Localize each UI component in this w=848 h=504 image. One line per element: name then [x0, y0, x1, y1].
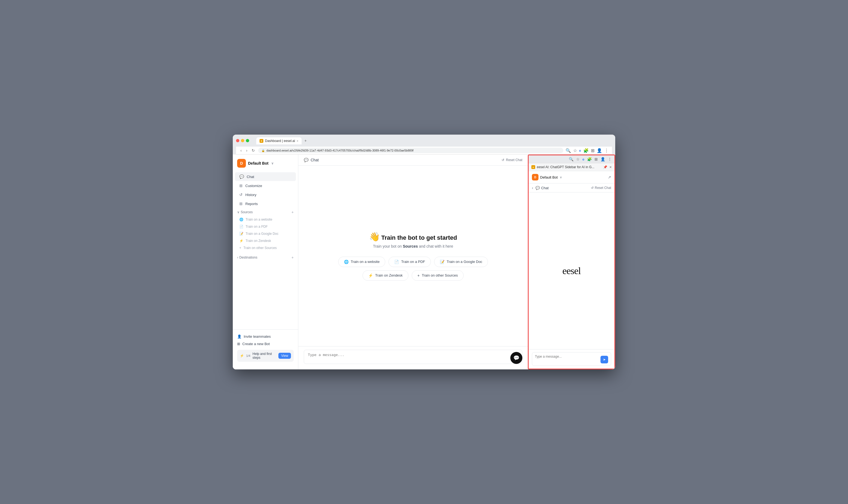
ext-reset-chat-button[interactable]: ↺ Reset Chat	[591, 186, 611, 190]
train-website-button[interactable]: 🌐 Train on a website	[338, 257, 386, 267]
ext-bookmark-icon[interactable]: ☆	[576, 157, 580, 161]
bot-avatar: D	[237, 159, 246, 168]
train-pdf-button[interactable]: 📄 Train on a PDF	[388, 257, 431, 267]
ext-pin-icon[interactable]: 📌	[603, 165, 607, 169]
chat-content-wrapper: 👋 Train the bot to get started Train you…	[298, 166, 528, 370]
train-row-1: 🌐 Train on a website 📄 Train on a PDF 📝 …	[331, 257, 495, 267]
forward-button[interactable]: ›	[245, 148, 249, 153]
googledoc-source-icon: 📝	[239, 232, 243, 236]
ext-send-button[interactable]: ➤	[600, 356, 608, 363]
ext-bot-dropdown-icon: ∨	[560, 176, 562, 179]
ext-back-button[interactable]: ‹	[532, 186, 533, 190]
source-item-other[interactable]: + Train on other Sources	[233, 244, 298, 251]
invite-teammates[interactable]: 👤 Invite teammates	[237, 333, 294, 340]
menu-icon[interactable]: ⋮	[604, 148, 609, 153]
ext-menu-icon[interactable]: ⋮	[608, 157, 612, 161]
train-subtitle: Train your bot on Sources and chat with …	[369, 244, 457, 249]
minimize-button[interactable]	[241, 139, 244, 142]
train-googledoc-button[interactable]: 📝 Train on a Google Doc	[434, 257, 488, 267]
extension-panel: 🔍 ☆ e 🧩 ⊞ 👤 ⋮ e eesel AI: ChatGPT Sideba…	[528, 155, 615, 370]
source-item-zendesk[interactable]: ⚡ Train on Zendesk	[233, 237, 298, 244]
extension-tab-bar: e eesel AI: ChatGPT Sidebar for AI in G.…	[529, 163, 614, 171]
googledoc-source-label: Train on a Google Doc	[246, 232, 278, 236]
main-header-left: 💬 Chat	[304, 158, 319, 162]
ext-extensions-icon[interactable]: 🧩	[587, 157, 592, 161]
ext-bot-name: Default Bot	[540, 175, 558, 179]
extension-icon[interactable]: e	[579, 148, 581, 152]
ext-expand-button[interactable]: ↗	[608, 175, 611, 179]
train-emoji: 👋	[369, 232, 380, 241]
profile-icon[interactable]: 👤	[597, 148, 602, 153]
maximize-button[interactable]	[246, 139, 249, 142]
destinations-section-header[interactable]: › Destinations +	[233, 254, 298, 261]
create-new-bot[interactable]: ⊞ Create a new Bot	[237, 340, 294, 347]
website-source-icon: 🌐	[239, 218, 243, 221]
chat-area: 👋 Train the bot to get started Train you…	[298, 166, 528, 346]
chat-message-input[interactable]	[304, 350, 522, 364]
sources-section-header[interactable]: ∨ Sources +	[233, 208, 298, 216]
googledoc-btn-label: Train on a Google Doc	[447, 260, 482, 264]
source-item-website[interactable]: 🌐 Train on a website	[233, 216, 298, 223]
split-view-icon[interactable]: ⊞	[591, 148, 595, 153]
sources-add-button[interactable]: +	[292, 210, 294, 214]
nav-item-reports[interactable]: ⊞ Reports	[235, 199, 296, 208]
ext-chat-icon: 💬	[535, 186, 540, 190]
ext-tab-favicon: e	[531, 165, 535, 169]
website-source-label: Train on a website	[246, 218, 272, 221]
main-chat-label: Chat	[311, 158, 319, 162]
ext-message-input[interactable]	[535, 355, 599, 363]
subtitle-suffix: and chat with it here	[418, 244, 453, 249]
tab-close-button[interactable]: ×	[297, 139, 298, 143]
chat-input-area	[298, 346, 528, 370]
new-bot-label: Create a new Bot	[242, 342, 270, 346]
website-btn-icon: 🌐	[344, 260, 349, 264]
nav-item-chat[interactable]: 💬 Chat	[235, 172, 296, 181]
bot-selector[interactable]: D Default Bot ∨	[233, 159, 298, 172]
ext-split-icon[interactable]: ⊞	[595, 157, 598, 161]
nav-item-history[interactable]: ↺ History	[235, 190, 296, 199]
favicon-letter: e	[261, 140, 262, 142]
new-bot-icon: ⊞	[237, 342, 240, 346]
reload-button[interactable]: ↻	[250, 148, 256, 153]
reset-icon: ↺	[501, 158, 504, 162]
train-header: 👋 Train the bot to get started Train you…	[369, 232, 457, 249]
sidebar-footer: 👤 Invite teammates ⊞ Create a new Bot ⚡ …	[233, 329, 298, 365]
bot-name: Default Bot	[248, 161, 268, 165]
ext-tab-close-button[interactable]: ×	[610, 165, 612, 169]
source-item-googledoc[interactable]: 📝 Train on a Google Doc	[233, 230, 298, 237]
extensions-icon[interactable]: 🧩	[583, 148, 589, 153]
chat-float-button[interactable]: 💬	[510, 352, 522, 364]
source-item-pdf[interactable]: 📄 Train on a PDF	[233, 223, 298, 230]
ext-bot-selector[interactable]: D Default Bot ∨	[532, 174, 562, 180]
search-icon[interactable]: 🔍	[566, 148, 571, 153]
invite-label: Invite teammates	[244, 335, 271, 339]
bookmark-icon[interactable]: ☆	[573, 148, 577, 153]
ext-profile-icon[interactable]: 👤	[600, 157, 605, 161]
onboarding-bar: ⚡ 1/4 Help and first steps View	[237, 350, 294, 362]
active-tab[interactable]: e Dashboard | eesel.ai ×	[256, 137, 302, 144]
reset-chat-button[interactable]: ↺ Reset Chat	[501, 158, 522, 162]
ext-e-icon[interactable]: e	[582, 157, 584, 161]
destinations-add-button[interactable]: +	[292, 255, 294, 260]
subtitle-link[interactable]: Sources	[403, 244, 418, 249]
ext-chat-text: Chat	[541, 186, 549, 190]
train-other-button[interactable]: + Train on other Sources	[412, 270, 464, 281]
address-bar-row: ‹ › ↻ 🔒 dashboard.eesel.ai/v2/bfe2fd39-1…	[236, 147, 612, 155]
train-zendesk-button[interactable]: ⚡ Train on Zendesk	[363, 270, 408, 281]
ext-tab-title-text: eesel AI: ChatGPT Sidebar for AI in G...	[537, 165, 595, 169]
zendesk-btn-label: Train on Zendesk	[375, 273, 403, 277]
back-button[interactable]: ‹	[239, 148, 243, 153]
tab-bar: e Dashboard | eesel.ai × +	[256, 137, 309, 144]
destinations-section-label: Destinations	[239, 255, 257, 259]
ext-search-icon[interactable]: 🔍	[569, 157, 573, 161]
close-button[interactable]	[236, 139, 239, 142]
invite-icon: 👤	[237, 335, 242, 339]
new-tab-button[interactable]: +	[302, 137, 309, 144]
customize-nav-label: Customize	[245, 184, 262, 188]
onboarding-view-button[interactable]: View	[278, 353, 291, 359]
ext-tab-title: e eesel AI: ChatGPT Sidebar for AI in G.…	[531, 165, 595, 169]
onboarding-step: 1/4	[246, 354, 250, 357]
nav-item-customize[interactable]: ⊞ Customize	[235, 181, 296, 190]
reports-nav-icon: ⊞	[239, 201, 243, 206]
address-bar[interactable]: 🔒 dashboard.eesel.ai/v2/bfe2fd39-11a7-4d…	[258, 148, 563, 153]
